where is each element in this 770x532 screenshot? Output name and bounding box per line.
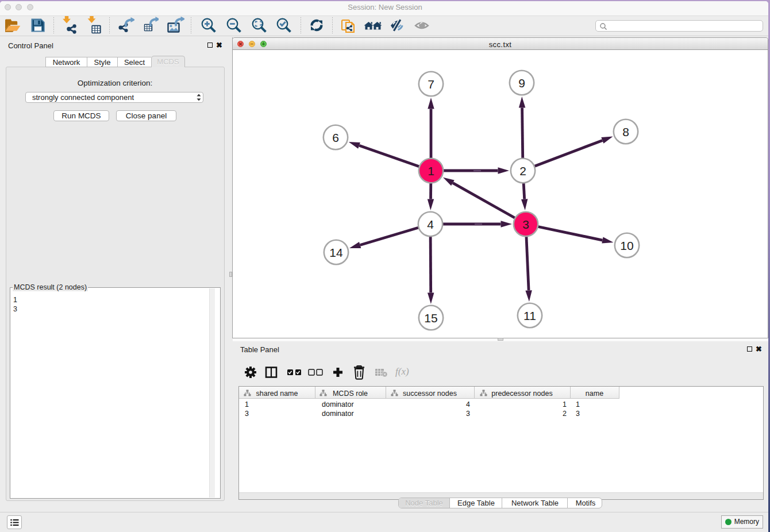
svg-text:2: 2 xyxy=(519,164,526,178)
svg-text:9: 9 xyxy=(518,76,525,90)
svg-text:14: 14 xyxy=(329,246,343,259)
svg-text:7: 7 xyxy=(428,78,434,91)
svg-text:8: 8 xyxy=(622,125,629,138)
svg-text:4: 4 xyxy=(427,218,434,231)
svg-text:11: 11 xyxy=(523,309,536,322)
svg-text:10: 10 xyxy=(620,239,633,252)
svg-text:15: 15 xyxy=(424,311,437,325)
svg-text:6: 6 xyxy=(332,131,339,144)
svg-text:3: 3 xyxy=(522,218,529,231)
svg-text:1: 1 xyxy=(428,164,434,178)
